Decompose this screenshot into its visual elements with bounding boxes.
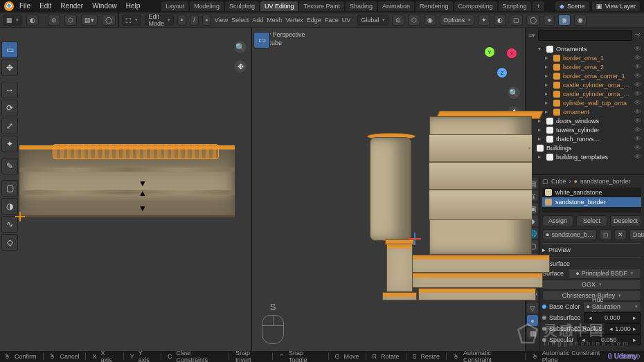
- tree-item[interactable]: ▸castle_cylinder_orna_bottom👁: [528, 80, 641, 89]
- ptab-material[interactable]: ●: [527, 315, 538, 326]
- tab-texture-paint[interactable]: Texture Paint: [299, 1, 344, 11]
- axis-x-icon[interactable]: X: [507, 48, 517, 58]
- menu-window[interactable]: Window: [89, 2, 120, 10]
- uv-editor-pane[interactable]: ▭ ✥ ↔ ⟳ ⤢ ✦ ✎ ▢ ◑ ∿ ◇ 🔍 ✥ ▼▲ ▼: [0, 28, 252, 351]
- uv-editor-type[interactable]: ▦: [3, 15, 22, 26]
- uv-overlay[interactable]: ◯: [102, 15, 116, 26]
- vp-zoom-icon[interactable]: 🔍: [507, 86, 521, 100]
- tool-move[interactable]: ↔: [1, 82, 18, 98]
- tree-collection[interactable]: ▸Buildings👁: [528, 143, 641, 152]
- vp-mode[interactable]: Edit Mode: [145, 15, 174, 26]
- uv-snap[interactable]: ⬡: [64, 15, 77, 26]
- 3d-viewport-pane[interactable]: User Perspective(1) Cube ▭ X Y Z 🔍 ✥ ▣ ▦: [252, 28, 525, 351]
- uv-2d-cursor-icon[interactable]: [15, 212, 25, 221]
- material-users[interactable]: ◻: [600, 229, 611, 240]
- tool-cursor[interactable]: ✥: [1, 60, 18, 76]
- menu-help[interactable]: Help: [123, 2, 144, 10]
- tool-rotate[interactable]: ⟳: [1, 100, 18, 116]
- tab-add[interactable]: +: [533, 1, 544, 11]
- vp-snap[interactable]: ⬡: [408, 15, 420, 26]
- vp-select-menu[interactable]: Select: [231, 17, 249, 24]
- uv-image-menu[interactable]: ▤▾: [81, 15, 98, 26]
- uv-mode[interactable]: ◐: [26, 15, 39, 26]
- vp-overlay-toggle[interactable]: ◐: [494, 15, 506, 26]
- tree-item[interactable]: ▸border_orna_corner_1👁: [528, 71, 641, 80]
- uv-zoom-icon[interactable]: 🔍: [233, 40, 247, 54]
- vp-options[interactable]: Options: [440, 15, 474, 26]
- vp-sel-vert[interactable]: •: [177, 15, 186, 26]
- tree-item[interactable]: ▸cylinder_wall_top_orna👁: [528, 98, 641, 107]
- vp-shading-render[interactable]: ◉: [574, 15, 587, 26]
- surface-shader[interactable]: ● Principled BSDF: [568, 268, 641, 279]
- vp-tool-select[interactable]: ▭: [253, 32, 270, 48]
- subsurface-radius-field[interactable]: ◂1.000▸: [605, 323, 641, 334]
- vp-edge-menu[interactable]: Edge: [307, 17, 321, 24]
- material-fake[interactable]: ✕: [614, 229, 627, 240]
- vp-face-menu[interactable]: Face: [325, 17, 339, 24]
- breadcrumb-obj[interactable]: Cube: [551, 178, 566, 185]
- tree-item[interactable]: ▸border_orna_2👁: [528, 62, 641, 71]
- subsurface-field[interactable]: ◂0.000▸: [584, 312, 641, 323]
- menu-edit[interactable]: Edit: [36, 2, 55, 10]
- vp-gizmo-toggle[interactable]: ✦: [478, 15, 490, 26]
- vp-vertex-menu[interactable]: Vertex: [285, 17, 303, 24]
- menu-render[interactable]: Render: [57, 2, 87, 10]
- vp-shading-solid[interactable]: ●: [544, 15, 554, 26]
- tool-pinch[interactable]: ◇: [1, 234, 18, 251]
- vp-editor-type[interactable]: ⬚: [122, 15, 141, 26]
- nav-gizmo[interactable]: X Y Z: [483, 44, 518, 79]
- tab-compositing[interactable]: Compositing: [454, 1, 497, 11]
- preview-header[interactable]: ▸Preview: [542, 246, 641, 254]
- view-layer-selector[interactable]: ▣View Layer: [592, 1, 640, 11]
- material-browse[interactable]: ● sandstone_b…: [542, 229, 597, 240]
- vp-add-menu[interactable]: Add: [252, 17, 263, 24]
- tab-shading[interactable]: Shading: [346, 1, 377, 11]
- outliner-search-input[interactable]: [538, 30, 632, 41]
- uv-pan-icon[interactable]: ✥: [233, 60, 247, 73]
- tree-collection-root[interactable]: ▾Ornaments👁: [528, 44, 641, 53]
- axis-z-icon[interactable]: Z: [497, 68, 507, 78]
- deselect-button[interactable]: Deselect: [610, 215, 641, 226]
- assign-button[interactable]: Assign: [542, 215, 573, 226]
- vp-uv-menu[interactable]: UV: [342, 17, 351, 24]
- vp-pivot[interactable]: ⊙: [392, 15, 404, 26]
- vp-view-menu[interactable]: View: [215, 17, 228, 24]
- ptab-texture[interactable]: ▦: [527, 327, 538, 338]
- material-slot[interactable]: sandstone_border: [542, 197, 641, 207]
- material-slot[interactable]: white_sandstone: [542, 188, 641, 197]
- tree-item[interactable]: ▸ornament👁: [528, 107, 641, 116]
- vp-orientation[interactable]: Global: [357, 15, 388, 26]
- select-button[interactable]: Select: [576, 215, 607, 226]
- vp-prop-edit[interactable]: ◉: [424, 15, 436, 26]
- uv-pivot[interactable]: ⊙: [48, 15, 60, 26]
- surface-header[interactable]: ▾Surface: [542, 260, 641, 268]
- tab-animation[interactable]: Animation: [378, 1, 414, 11]
- material-link[interactable]: Data: [629, 229, 644, 240]
- specular-field[interactable]: ◂0.050▸: [577, 334, 641, 345]
- vp-xray[interactable]: ▢: [510, 15, 523, 26]
- vp-sel-edge[interactable]: /: [190, 15, 199, 26]
- tree-collection[interactable]: ▸doors_windows👁: [528, 116, 641, 125]
- breadcrumb-mat[interactable]: sandstone_border: [580, 178, 631, 185]
- ptab-mesh[interactable]: ▽: [527, 302, 538, 314]
- axis-y-icon[interactable]: Y: [485, 47, 494, 57]
- vp-shading-wire[interactable]: ◯: [526, 15, 540, 26]
- tree-collection[interactable]: ▸towers_cylinder👁: [528, 125, 641, 134]
- tab-modeling[interactable]: Modeling: [190, 1, 224, 11]
- filter-icon[interactable]: 🝖: [635, 32, 641, 39]
- vp-mesh-menu[interactable]: Mesh: [267, 17, 282, 24]
- material-slot-list[interactable]: white_sandstone sandstone_border: [542, 188, 641, 212]
- tree-collection[interactable]: ▸thatch_ronrvs…👁: [528, 134, 641, 143]
- tab-rendering[interactable]: Rendering: [415, 1, 453, 11]
- vp-sel-face[interactable]: ▪: [202, 15, 211, 26]
- distribution[interactable]: GGX: [542, 279, 641, 290]
- vp-shading-matprev[interactable]: ◉: [558, 15, 571, 26]
- tool-annotate[interactable]: ✎: [1, 158, 18, 174]
- tool-scale[interactable]: ⤢: [1, 118, 18, 134]
- tab-uv-editing[interactable]: UV Editing: [260, 1, 298, 11]
- tree-collection[interactable]: ▸building_templates👁: [528, 152, 641, 161]
- tree-item[interactable]: ▸border_orna_1👁: [528, 53, 641, 62]
- tool-transform[interactable]: ✦: [1, 136, 18, 152]
- tab-scripting[interactable]: Scripting: [499, 1, 531, 11]
- tab-sculpting[interactable]: Sculpting: [225, 1, 259, 11]
